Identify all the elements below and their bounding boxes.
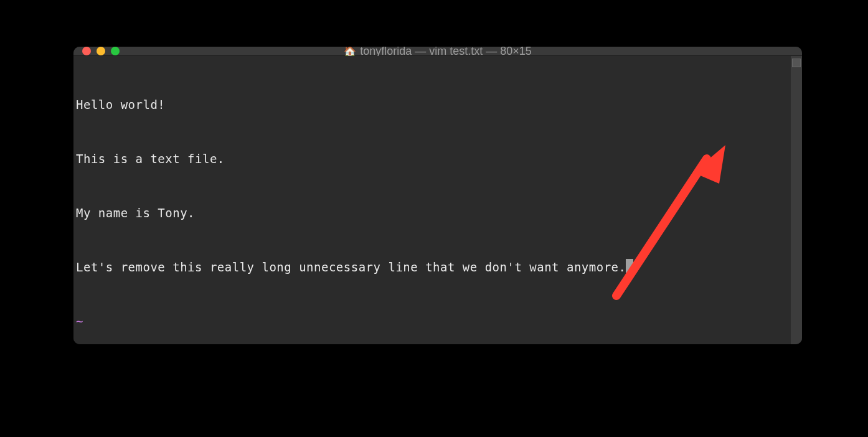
maximize-button[interactable] (111, 47, 120, 55)
empty-line-tilde: ~ (76, 312, 788, 331)
cursor (626, 259, 633, 273)
terminal-body: Hello world! This is a text file. My nam… (73, 56, 802, 344)
editor-line[interactable]: My name is Tony. (76, 204, 788, 222)
terminal-window: 🏠 tonyflorida — vim test.txt — 80×15 Hel… (73, 47, 802, 344)
scrollbar-marker-icon (792, 59, 801, 67)
traffic-lights (82, 47, 120, 55)
titlebar[interactable]: 🏠 tonyflorida — vim test.txt — 80×15 (73, 47, 802, 56)
editor-content[interactable]: Hello world! This is a text file. My nam… (73, 56, 791, 344)
editor-line[interactable]: This is a text file. (76, 150, 788, 168)
scrollbar[interactable] (791, 56, 802, 344)
editor-line[interactable]: Hello world! (76, 96, 788, 114)
minimize-button[interactable] (97, 47, 105, 55)
editor-line[interactable]: Let's remove this really long unnecessar… (76, 258, 788, 276)
close-button[interactable] (82, 47, 91, 55)
